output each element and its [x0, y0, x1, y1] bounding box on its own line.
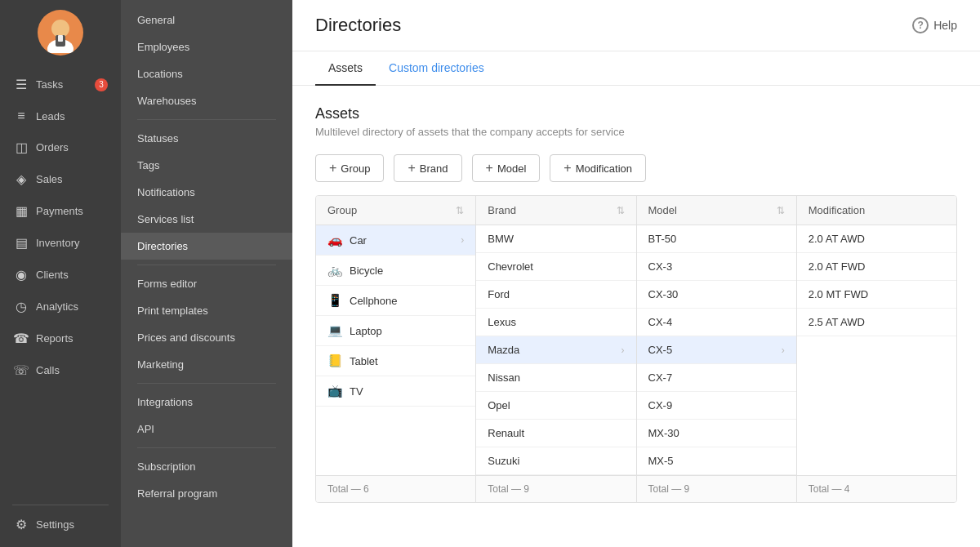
- nav-item-tasks[interactable]: ☰ Tasks 3: [0, 69, 121, 100]
- tv-icon: 📺: [327, 384, 343, 398]
- sidebar-item-api[interactable]: API: [121, 416, 292, 442]
- tab-custom-directories[interactable]: Custom directories: [376, 51, 497, 86]
- bicycle-icon: 🚲: [327, 263, 343, 277]
- model-row-mx5[interactable]: MX-5: [637, 447, 796, 475]
- plus-icon-group: +: [329, 161, 336, 176]
- tabs-bar: Assets Custom directories: [292, 51, 980, 86]
- cx5-chevron-icon: ›: [782, 345, 785, 356]
- tab-assets[interactable]: Assets: [315, 51, 376, 86]
- brand-row-mazda[interactable]: Mazda ›: [476, 336, 635, 364]
- mod-row-20mtfwd[interactable]: 2.0 MT FWD: [797, 281, 956, 309]
- nav-item-inventory[interactable]: ▤ Inventory: [0, 227, 121, 259]
- brand-row-chevrolet[interactable]: Chevrolet: [476, 253, 635, 281]
- sidebar-item-notifications[interactable]: Notifications: [121, 179, 292, 206]
- mod-row-20atawd[interactable]: 2.0 AT AWD: [797, 225, 956, 253]
- model-row-bt50[interactable]: BT-50: [637, 225, 796, 253]
- plus-icon-model: +: [486, 161, 493, 176]
- sidebar-item-marketing[interactable]: Marketing: [121, 351, 292, 378]
- nav-item-payments[interactable]: ▦ Payments: [0, 195, 121, 227]
- nav-item-analytics[interactable]: ◷ Analytics: [0, 291, 121, 322]
- nav-divider-bottom: [12, 505, 109, 505]
- group-row-laptop[interactable]: 💻Laptop: [316, 316, 475, 346]
- sidebar-item-integrations[interactable]: Integrations: [121, 389, 292, 416]
- group-row-tablet[interactable]: 📒Tablet: [316, 346, 475, 376]
- sidebar-item-statuses[interactable]: Statuses: [121, 125, 292, 152]
- sidebar-item-services-list[interactable]: Services list: [121, 206, 292, 233]
- add-group-label: Group: [341, 162, 370, 175]
- sidebar-item-directories[interactable]: Directories: [121, 233, 292, 260]
- car-icon: 🚗: [327, 233, 343, 247]
- brand-row-bmw[interactable]: BMW: [476, 225, 635, 253]
- tasks-badge: 3: [95, 78, 108, 91]
- divider-1: [137, 119, 276, 120]
- brand-row-opel[interactable]: Opel: [476, 392, 635, 420]
- nav-item-sales[interactable]: ◈ Sales: [0, 163, 121, 195]
- svg-point-0: [51, 20, 69, 38]
- sidebar-item-referral[interactable]: Referral program: [121, 480, 292, 507]
- add-group-button[interactable]: + Group: [315, 154, 384, 182]
- sidebar-item-print-templates[interactable]: Print templates: [121, 297, 292, 324]
- settings-icon: ⚙: [13, 517, 29, 532]
- group-row-tv[interactable]: 📺TV: [316, 376, 475, 407]
- nav-item-orders[interactable]: ◫ Orders: [0, 131, 121, 163]
- model-row-cx9[interactable]: CX-9: [637, 392, 796, 420]
- model-row-cx30[interactable]: CX-30: [637, 281, 796, 309]
- model-row-cx3[interactable]: CX-3: [637, 253, 796, 281]
- group-row-bicycle[interactable]: 🚲Bicycle: [316, 256, 475, 286]
- nav-item-leads[interactable]: ≡ Leads: [0, 100, 121, 131]
- add-modification-button[interactable]: + Modification: [550, 154, 646, 182]
- sidebar-item-forms-editor[interactable]: Forms editor: [121, 270, 292, 297]
- main-content: Directories ? Help Assets Custom directo…: [292, 0, 980, 547]
- nav-item-settings[interactable]: ⚙ Settings: [0, 509, 121, 540]
- calls-label: Calls: [36, 364, 60, 376]
- model-row-cx5[interactable]: CX-5 ›: [637, 336, 796, 364]
- help-label: Help: [933, 19, 957, 32]
- brand-row-renault[interactable]: Renault: [476, 420, 635, 447]
- group-footer: Total — 6: [316, 475, 475, 502]
- sidebar-item-subscription[interactable]: Subscription: [121, 453, 292, 480]
- sidebar-item-tags[interactable]: Tags: [121, 152, 292, 179]
- sidebar-item-general[interactable]: General: [121, 7, 292, 33]
- brand-row-ford[interactable]: Ford: [476, 281, 635, 309]
- model-sort-icon: ⇅: [777, 205, 785, 216]
- group-column-header: Group ⇅: [316, 196, 475, 225]
- sidebar-item-prices-discounts[interactable]: Prices and discounts: [121, 324, 292, 351]
- sidebar-narrow: ☰ Tasks 3 ≡ Leads ◫ Orders ◈ Sales ▦ Pay…: [0, 0, 121, 547]
- model-row-cx7[interactable]: CX-7: [637, 364, 796, 392]
- modification-column-body: 2.0 AT AWD 2.0 AT FWD 2.0 MT FWD 2.5 AT …: [797, 225, 956, 475]
- model-column-header: Model ⇅: [637, 196, 796, 225]
- mod-row-20atfwd[interactable]: 2.0 AT FWD: [797, 253, 956, 281]
- nav-item-calls[interactable]: ☏ Calls: [0, 354, 121, 386]
- brand-row-lexus[interactable]: Lexus: [476, 309, 635, 336]
- group-sort-icon: ⇅: [456, 205, 464, 216]
- add-model-button[interactable]: + Model: [472, 154, 541, 182]
- brand-row-nissan[interactable]: Nissan: [476, 364, 635, 392]
- add-brand-button[interactable]: + Brand: [394, 154, 461, 182]
- sidebar-item-locations[interactable]: Locations: [121, 60, 292, 87]
- orders-label: Orders: [36, 141, 69, 153]
- brand-column-header: Brand ⇅: [476, 196, 635, 225]
- help-icon: ?: [912, 17, 929, 33]
- group-row-cellphone[interactable]: 📱Cellphone: [316, 286, 475, 316]
- brand-column-body: BMW Chevrolet Ford Lexus Mazda › Nissan …: [476, 225, 635, 475]
- cellphone-icon: 📱: [327, 293, 343, 307]
- brand-row-suzuki[interactable]: Suzuki: [476, 447, 635, 475]
- group-column: Group ⇅ 🚗Car › 🚲Bicycle 📱Cellphone: [316, 196, 476, 502]
- sidebar-item-employees[interactable]: Employees: [121, 33, 292, 60]
- sales-icon: ◈: [13, 171, 29, 187]
- help-button[interactable]: ? Help: [912, 17, 957, 33]
- nav-item-clients[interactable]: ◉ Clients: [0, 259, 121, 291]
- analytics-icon: ◷: [13, 299, 29, 314]
- model-row-cx4[interactable]: CX-4: [637, 309, 796, 336]
- content-area: Assets Multilevel directory of assets th…: [292, 86, 980, 547]
- payments-label: Payments: [36, 205, 83, 217]
- plus-icon-brand: +: [408, 161, 415, 176]
- model-column-body: BT-50 CX-3 CX-30 CX-4 CX-5 › CX-7 CX-9 M…: [637, 225, 796, 475]
- model-row-mx30[interactable]: MX-30: [637, 420, 796, 447]
- group-row-car[interactable]: 🚗Car ›: [316, 225, 475, 256]
- mod-row-25atawd[interactable]: 2.5 AT AWD: [797, 309, 956, 336]
- brand-header-label: Brand: [488, 204, 516, 216]
- sidebar-item-warehouses[interactable]: Warehouses: [121, 87, 292, 114]
- nav-item-reports[interactable]: ☎ Reports: [0, 322, 121, 354]
- page-title: Directories: [315, 15, 401, 36]
